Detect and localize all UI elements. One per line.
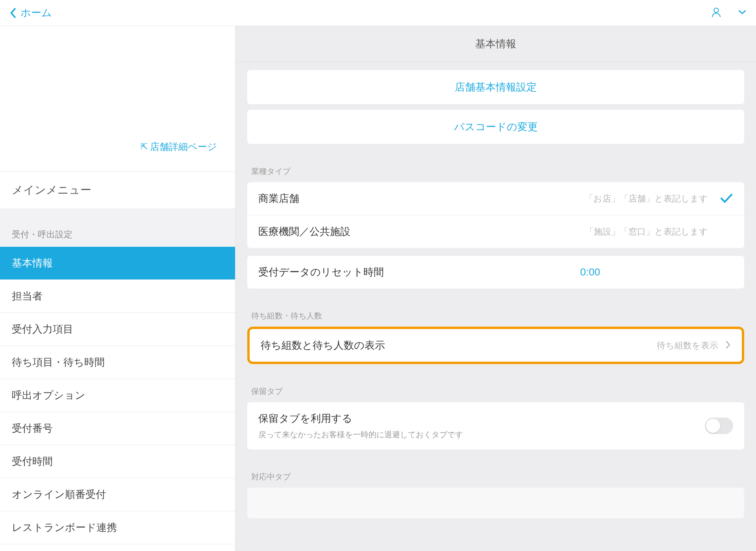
row-desc: 「施設」「窓口」と表記します: [585, 226, 708, 238]
chevron-right-icon: [725, 340, 731, 351]
group-label-hold: 保留タブ: [247, 364, 744, 402]
check-icon: [720, 193, 733, 205]
reset-time-list: 受付データのリセット時間 0:00: [247, 256, 744, 288]
business-type-medical[interactable]: 医療機関／公共施設 「施設」「窓口」と表記します: [247, 215, 744, 248]
svg-point-0: [714, 8, 718, 12]
sidebar-header: ⇱ 店舗詳細ページ: [0, 26, 235, 172]
store-link-label: 店舗詳細ページ: [150, 141, 217, 153]
dropdown-toggle[interactable]: [738, 9, 747, 17]
sidebar-item-reception-time[interactable]: 受付時間: [0, 445, 235, 478]
group-label-wait: 待ち組数・待ち人数: [247, 288, 744, 327]
group-label-business: 業種タイプ: [247, 144, 744, 182]
row-desc: 「お店」「店舗」と表記します: [585, 193, 708, 205]
page-title: 基本情報: [235, 26, 756, 62]
hold-tab-row[interactable]: 保留タブを利用する 戻って来なかったお客様を一時的に退避しておくタブです: [247, 402, 744, 449]
business-type-commercial[interactable]: 商業店舗 「お店」「店舗」と表記します: [247, 182, 744, 215]
store-detail-link[interactable]: ⇱ 店舗詳細ページ: [141, 141, 217, 153]
reset-time-row[interactable]: 受付データのリセット時間 0:00: [247, 256, 744, 288]
user-icon[interactable]: [710, 6, 722, 20]
hold-tab-toggle[interactable]: [705, 418, 733, 434]
wait-display-value: 待ち組数を表示: [657, 340, 718, 351]
sidebar-item-basic-info[interactable]: 基本情報: [0, 247, 235, 280]
progress-tab-list: [247, 488, 744, 518]
sidebar-item-call-options[interactable]: 呼出オプション: [0, 379, 235, 412]
sidebar-item-online-queue[interactable]: オンライン順番受付: [0, 478, 235, 511]
sidebar: ⇱ 店舗詳細ページ メインメニュー 受付・呼出設定 基本情報 担当者 受付入力項…: [0, 26, 235, 551]
external-link-icon: ⇱: [141, 142, 148, 152]
chevron-left-icon: [9, 7, 17, 19]
topbar: ホーム: [0, 0, 756, 26]
store-basic-settings-button[interactable]: 店舗基本情報設定: [247, 70, 744, 104]
progress-tab-row[interactable]: [247, 488, 744, 518]
row-label: 保留タブを利用する: [258, 412, 463, 425]
row-sub: 戻って来なかったお客様を一時的に退避しておくタブです: [258, 429, 463, 440]
sidebar-item-input-fields[interactable]: 受付入力項目: [0, 313, 235, 346]
hold-tab-list: 保留タブを利用する 戻って来なかったお客様を一時的に退避しておくタブです: [247, 402, 744, 449]
reset-time-value: 0:00: [521, 266, 734, 278]
business-type-list: 商業店舗 「お店」「店舗」と表記します 医療機関／公共施設 「施設」「窓口」と表…: [247, 182, 744, 248]
row-label: 医療機関／公共施設: [258, 225, 350, 239]
sidebar-item-staff[interactable]: 担当者: [0, 280, 235, 313]
back-button[interactable]: ホーム: [9, 6, 52, 20]
sidebar-section-title: 受付・呼出設定: [0, 209, 235, 247]
sidebar-item-reception-number[interactable]: 受付番号: [0, 412, 235, 445]
change-passcode-button[interactable]: パスコードの変更: [247, 110, 744, 144]
row-label: 商業店舗: [258, 192, 299, 205]
highlighted-wait-row: 待ち組数と待ち人数の表示 待ち組数を表示: [247, 327, 744, 364]
back-label: ホーム: [20, 6, 52, 20]
row-label: 受付データのリセット時間: [258, 265, 384, 279]
sidebar-item-restaurant-board[interactable]: レストランボード連携: [0, 511, 235, 544]
sidebar-main-menu[interactable]: メインメニュー: [0, 172, 235, 209]
sidebar-item-wait-items[interactable]: 待ち項目・待ち時間: [0, 346, 235, 379]
wait-display-row[interactable]: 待ち組数と待ち人数の表示 待ち組数を表示: [250, 329, 742, 362]
row-label: 待ち組数と待ち人数の表示: [261, 338, 385, 352]
group-label-progress: 対応中タブ: [247, 449, 744, 488]
content: 基本情報 店舗基本情報設定 パスコードの変更 業種タイプ 商業店舗 「お店」「店…: [235, 26, 756, 551]
